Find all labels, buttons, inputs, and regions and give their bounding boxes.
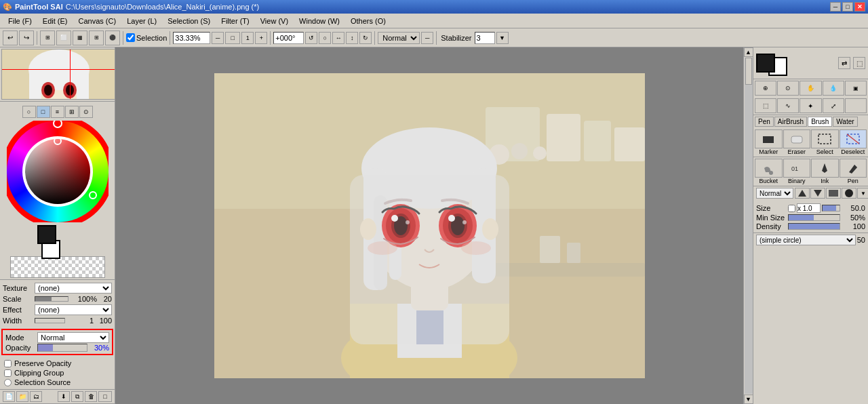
brush-settings-button[interactable]: ▼ (857, 188, 868, 199)
layer-delete[interactable]: 🗑 (85, 391, 97, 402)
rotate-flip-h[interactable]: ↔ (332, 32, 344, 44)
menu-layer[interactable]: Layer (L) (121, 16, 162, 26)
zoom-out-button[interactable]: ─ (212, 32, 224, 44)
navigator-thumbnail[interactable] (1, 49, 115, 100)
color-mode-grid[interactable]: ⊞ (65, 106, 79, 118)
redo-button[interactable]: ↪ (19, 31, 34, 45)
binary-tool[interactable]: 01 (783, 159, 811, 178)
extra2[interactable] (845, 98, 867, 113)
fg-swatch-right[interactable] (756, 54, 775, 73)
color-mode-circle2[interactable]: ⊙ (79, 106, 93, 118)
extra1[interactable]: ▣ (845, 81, 867, 96)
undo-button[interactable]: ↩ (3, 31, 18, 45)
brush-mode-dropdown[interactable]: Normal (756, 188, 793, 199)
mode-dropdown[interactable]: Normal (37, 332, 109, 343)
density-slider[interactable] (788, 223, 840, 230)
select-rect-tool[interactable]: ⬚ (755, 98, 776, 113)
selection-checkbox[interactable] (126, 33, 135, 42)
menu-selection[interactable]: Selection (S) (162, 16, 216, 26)
scroll-down-button[interactable]: ▼ (744, 395, 753, 404)
canvas-area[interactable] (115, 47, 743, 404)
menu-edit[interactable]: Edit (E) (37, 16, 73, 26)
menu-others[interactable]: Others (O) (345, 16, 391, 26)
shape-rect2-button[interactable] (842, 188, 856, 199)
vertical-scrollbar[interactable]: ▲ ▼ (743, 47, 753, 404)
effect-dropdown[interactable]: (none) (35, 304, 112, 315)
preset-select[interactable] (811, 129, 839, 148)
canvas-image[interactable] (214, 73, 645, 378)
zoom-tool[interactable]: ⊙ (777, 81, 799, 96)
rotate-cw[interactable]: ↻ (359, 32, 372, 44)
size-slider[interactable] (822, 205, 840, 211)
tab-brush[interactable]: Brush (808, 117, 832, 127)
move-tool[interactable]: ⊕ (755, 81, 776, 96)
ink-tool[interactable] (811, 159, 839, 178)
menu-canvas[interactable]: Canvas (C) (73, 16, 122, 26)
titlebar-controls[interactable]: ─ □ ✕ (830, 2, 865, 12)
rotate-ccw[interactable]: ↺ (305, 32, 317, 44)
transform-tool[interactable]: ⤢ (823, 98, 844, 113)
menu-filter[interactable]: Filter (T) (216, 16, 255, 26)
foreground-color[interactable] (37, 225, 56, 244)
rotate-reset[interactable]: ○ (319, 32, 331, 44)
shape-up-button[interactable] (795, 188, 810, 199)
scroll-thumb[interactable] (745, 58, 752, 85)
eyedrop-tool[interactable]: 💧 (823, 81, 844, 96)
hand-tool[interactable]: ✋ (800, 81, 821, 96)
color-mode-button[interactable]: ⚫ (105, 31, 120, 45)
lasso-tool[interactable]: ∿ (777, 98, 799, 113)
minimize-button[interactable]: ─ (830, 2, 841, 12)
preset-eraser[interactable] (783, 129, 811, 148)
minsize-slider[interactable] (788, 214, 840, 221)
tab-airbrush[interactable]: AirBrush (774, 117, 807, 127)
zoom-100-button[interactable]: 1 (241, 32, 254, 44)
zoom-fit-button[interactable]: □ (225, 32, 240, 44)
select-all-button[interactable]: ⬜ (56, 31, 71, 45)
rotate-flip-v[interactable]: ↕ (346, 32, 358, 44)
transform-button[interactable]: ⊞ (40, 31, 55, 45)
swap-colors-button[interactable]: ⇄ (838, 57, 850, 69)
width-slider[interactable] (35, 318, 65, 323)
layer-copy[interactable]: ⧉ (71, 391, 83, 402)
selection-source-radio[interactable] (4, 379, 12, 386)
color-wheel-container[interactable] (7, 121, 108, 222)
pen-tool2[interactable] (840, 159, 867, 178)
grid-button[interactable]: ⊞ (89, 31, 104, 45)
shape-rect1-button[interactable] (826, 188, 841, 199)
layer-merge-down[interactable]: ⬇ (58, 391, 70, 402)
stabilizer-settings[interactable]: ▼ (496, 32, 509, 44)
select-none-button[interactable]: ▦ (73, 31, 87, 45)
tab-pen[interactable]: Pen (755, 117, 774, 127)
scroll-track[interactable] (745, 58, 753, 394)
preserve-opacity-checkbox[interactable] (4, 360, 12, 367)
color-mode-square[interactable]: □ (37, 106, 50, 118)
size-checkbox[interactable] (788, 205, 795, 212)
wand-tool[interactable]: ✦ (800, 98, 821, 113)
clipping-group-checkbox[interactable] (4, 369, 12, 377)
scale-slider[interactable] (35, 296, 68, 302)
shape-down-button[interactable] (810, 188, 825, 199)
menu-file[interactable]: File (F) (3, 16, 37, 26)
layer-options[interactable]: □ (98, 391, 112, 402)
color-mode-lines[interactable]: ≡ (51, 106, 64, 118)
menu-view[interactable]: View (V) (255, 16, 294, 26)
texture-dropdown[interactable]: (none) (35, 283, 112, 294)
zoom-input[interactable] (173, 32, 210, 44)
preset-deselect[interactable] (840, 129, 867, 148)
menu-window[interactable]: Window (W) (294, 16, 345, 26)
zoom-in-button[interactable]: + (255, 32, 267, 44)
shape-dropdown[interactable]: (simple circle) (756, 235, 856, 245)
blend-mode-prev[interactable]: ─ (421, 32, 433, 44)
size-multiplier-input[interactable] (797, 203, 821, 213)
rotate-input[interactable] (273, 32, 304, 44)
new-layer-button[interactable]: 📄 (3, 391, 15, 402)
preset-marker[interactable] (755, 129, 783, 148)
tab-water[interactable]: Water (833, 117, 857, 127)
stabilizer-input[interactable] (475, 32, 495, 44)
close-button[interactable]: ✕ (854, 2, 865, 12)
maximize-button[interactable]: □ (842, 2, 853, 12)
scroll-up-button[interactable]: ▲ (744, 47, 753, 57)
reset-colors-button[interactable]: ⬚ (853, 57, 865, 69)
color-mode-circle[interactable]: ○ (22, 106, 36, 118)
bucket-tool[interactable] (755, 159, 783, 178)
